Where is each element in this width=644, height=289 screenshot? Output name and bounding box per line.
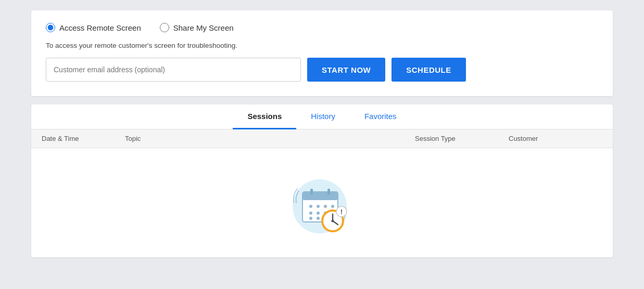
- col-header-topic: Topic: [125, 135, 415, 142]
- svg-rect-2: [302, 192, 338, 200]
- page-wrapper: Access Remote Screen Share My Screen To …: [0, 0, 644, 268]
- empty-state-illustration: !: [286, 169, 359, 242]
- tab-history[interactable]: History: [296, 104, 350, 129]
- tab-favorites[interactable]: Favorites: [350, 104, 411, 129]
- svg-point-8: [331, 205, 334, 208]
- svg-point-6: [317, 205, 320, 208]
- radio-share-my-screen-label: Share My Screen: [173, 23, 234, 32]
- email-input[interactable]: [46, 58, 301, 82]
- svg-point-7: [324, 205, 327, 208]
- radio-share-my-screen[interactable]: Share My Screen: [160, 23, 234, 32]
- svg-point-13: [309, 217, 312, 220]
- radio-access-remote-label: Access Remote Screen: [59, 23, 141, 32]
- svg-rect-4: [327, 189, 330, 195]
- svg-point-5: [309, 205, 312, 208]
- schedule-button[interactable]: SCHEDULE: [392, 58, 466, 82]
- empty-state: !: [31, 148, 613, 257]
- svg-point-9: [309, 212, 312, 215]
- start-now-button[interactable]: START NOW: [307, 58, 385, 82]
- svg-point-19: [331, 220, 334, 222]
- radio-share-my-screen-input[interactable]: [160, 23, 169, 32]
- description-text: To access your remote customer's screen …: [46, 42, 598, 49]
- col-header-customer: Customer: [509, 135, 602, 142]
- svg-text:!: !: [340, 208, 342, 216]
- bottom-card: Sessions History Favorites Date & Time T…: [31, 104, 613, 257]
- tabs-row: Sessions History Favorites: [31, 104, 613, 129]
- top-card: Access Remote Screen Share My Screen To …: [31, 10, 613, 96]
- radio-row: Access Remote Screen Share My Screen: [46, 23, 598, 32]
- svg-point-10: [317, 212, 320, 215]
- tab-sessions[interactable]: Sessions: [233, 104, 296, 129]
- svg-rect-3: [310, 189, 313, 195]
- table-header: Date & Time Topic Session Type Customer: [31, 129, 613, 148]
- svg-point-14: [317, 217, 320, 220]
- radio-access-remote-input[interactable]: [46, 23, 55, 32]
- input-actions-row: START NOW SCHEDULE: [46, 58, 598, 82]
- col-header-session-type: Session Type: [415, 135, 509, 142]
- col-header-datetime: Date & Time: [42, 135, 125, 142]
- radio-access-remote[interactable]: Access Remote Screen: [46, 23, 141, 32]
